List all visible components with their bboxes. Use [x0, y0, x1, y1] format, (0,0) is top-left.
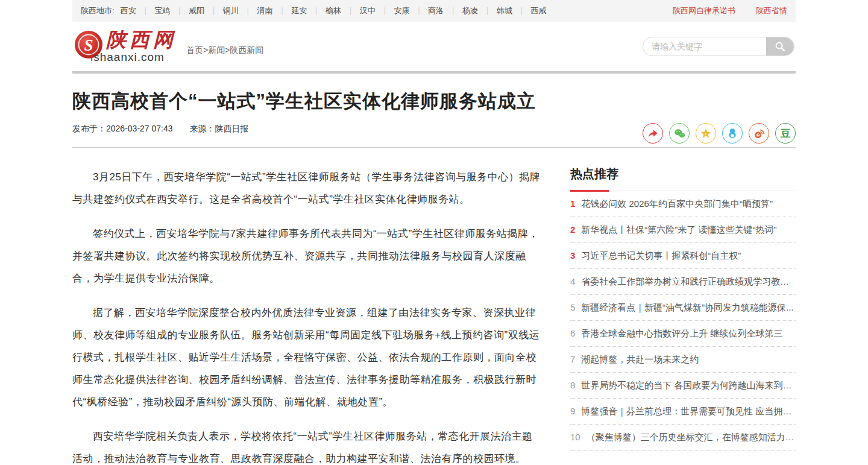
hot-item-text: 习近平总书记关切事丨握紧科创“自主权”: [581, 250, 741, 262]
separator: ｜: [278, 5, 286, 16]
separator: ｜: [312, 5, 320, 16]
self-discipline-pledge-link[interactable]: 陕西网自律承诺书: [673, 5, 735, 16]
search-input[interactable]: [643, 37, 766, 55]
publish-time: 发布于：2026-03-27 07:43: [72, 124, 173, 133]
rank-number: 5: [570, 302, 575, 312]
city-link-xian[interactable]: 西安: [121, 5, 136, 16]
city-link-hanzhong[interactable]: 汉中: [360, 5, 376, 16]
qq-icon[interactable]: [722, 123, 743, 144]
rank-number: 3: [570, 250, 575, 261]
hot-item-text: 省委社会工作部举办树立和践行正确政绩观学习教育读...: [581, 276, 796, 288]
hot-item-text: 香港全球金融中心指数评分上升 继续位列全球第三: [581, 328, 782, 340]
separator: ｜: [244, 5, 252, 16]
city-link-hancheng[interactable]: 韩城: [497, 5, 512, 16]
weibo-icon[interactable]: [749, 123, 769, 144]
hot-item-text: 博鳌强音｜芬兰前总理：世界需要可预见性 应当拥有共...: [581, 406, 796, 417]
rank-number: 4: [570, 276, 575, 286]
separator: ｜: [347, 5, 354, 16]
weibo-eye-icon: [753, 127, 766, 140]
separator: ｜: [142, 5, 149, 16]
article-paragraph: 3月25日下午，西安培华学院“一站式”学生社区律师服务站（学生事务法律咨询与服务…: [72, 166, 542, 210]
wechat-icon[interactable]: [669, 123, 690, 144]
rank-number: 10: [570, 432, 580, 442]
separator: ｜: [210, 5, 218, 16]
article-meta-row: 发布于：2026-03-27 07:43 来源：陕西日报: [72, 123, 796, 144]
hot-list-item[interactable]: 7 潮起博鳌，共赴一场未来之约: [570, 347, 796, 373]
article-head: 陕西高校首个“一站式”学生社区实体化律师服务站成立 发布于：2026-03-27…: [72, 74, 796, 144]
site-logo[interactable]: S 陕西网 ishaanxi.com: [74, 30, 177, 64]
page-container: 陕西地市: 西安 ｜ 宝鸡 ｜ 咸阳 ｜ 铜川 ｜ 渭南 ｜ 延安 ｜ 榆林 ｜…: [72, 0, 796, 465]
region-label: 陕西地市:: [81, 5, 115, 16]
share-icon[interactable]: [643, 123, 663, 144]
hot-list-item[interactable]: 1 花钱必问效 2026年约百家中央部门集中“晒预算”: [570, 191, 796, 217]
article-paragraph: 据了解，西安培华学院深度整合校内外优质法律专业资源，组建了由法律实务专家、资深执…: [72, 302, 542, 413]
douban-glyph: 豆: [781, 128, 791, 139]
hot-item-text: （聚焦博鳌）三个历史坐标交汇，在博鳌感知活力中国: [587, 432, 796, 443]
sidebar-title: 热点推荐: [570, 166, 796, 191]
hot-list-item[interactable]: 3 习近平总书记关切事丨握紧科创“自主权”: [570, 243, 796, 269]
qzone-star-icon: z: [700, 127, 712, 139]
hot-list-item[interactable]: 4 省委社会工作部举办树立和践行正确政绩观学习教育读...: [570, 269, 796, 295]
separator: ｜: [483, 5, 491, 16]
separator: ｜: [175, 5, 183, 16]
hot-item-text: 潮起博鳌，共赴一场未来之约: [581, 354, 699, 365]
search-box: [643, 37, 794, 56]
hot-recommend-sidebar: 热点推荐 1 花钱必问效 2026年约百家中央部门集中“晒预算” 2 新华视点丨…: [570, 166, 796, 465]
rank-number: 9: [570, 406, 575, 416]
city-link-xianyang[interactable]: 咸阳: [189, 5, 204, 16]
rank-number: 8: [570, 380, 575, 390]
article-source: 来源：陕西日报: [189, 124, 248, 133]
separator: ｜: [518, 5, 526, 16]
province-overview-link[interactable]: 陕西省情: [756, 5, 787, 16]
article-paragraph: 签约仪式上，西安培华学院与7家共建律师事务所代表共同为“一站式”学生社区律师服务…: [72, 223, 542, 289]
city-link-yanan[interactable]: 延安: [291, 5, 307, 16]
page-title: 陕西高校首个“一站式”学生社区实体化律师服务站成立: [72, 89, 796, 113]
article-meta: 发布于：2026-03-27 07:43 来源：陕西日报: [72, 124, 263, 143]
hot-list-item[interactable]: 9 博鳌强音｜芬兰前总理：世界需要可预见性 应当拥有共...: [570, 399, 796, 425]
qq-penguin-icon: [726, 127, 738, 139]
hot-list-item[interactable]: 10 （聚焦博鳌）三个历史坐标交汇，在博鳌感知活力中国: [570, 425, 796, 451]
logo-sitename: 陕西网: [106, 30, 177, 50]
separator: ｜: [415, 5, 423, 16]
wechat-bubbles-icon: [673, 127, 686, 140]
city-link-baoji[interactable]: 宝鸡: [154, 5, 170, 16]
city-link-ankang[interactable]: 安康: [394, 5, 410, 16]
city-link-xixian[interactable]: 西咸: [530, 5, 546, 16]
city-link-weinan[interactable]: 渭南: [257, 5, 273, 16]
hot-list-item[interactable]: 5 新疆经济看点｜新疆“油气煤新”协同发力筑稳能源保...: [570, 295, 796, 321]
city-link-yulin[interactable]: 榆林: [326, 5, 341, 16]
separator: ｜: [449, 5, 457, 16]
search-icon: [775, 41, 785, 52]
hot-item-text: 花钱必问效 2026年约百家中央部门集中“晒预算”: [581, 198, 773, 210]
hot-item-text: 新疆经济看点｜新疆“油气煤新”协同发力筑稳能源保...: [581, 302, 793, 314]
city-link-yangling[interactable]: 杨凌: [462, 5, 478, 16]
article-paragraph: 西安培华学院相关负责人表示，学校将依托“一站式”学生社区律师服务站，常态化开展法…: [72, 425, 542, 465]
article-body: 3月25日下午，西安培华学院“一站式”学生社区律师服务站（学生事务法律咨询与服务…: [72, 166, 542, 465]
city-link-tongchuan[interactable]: 铜川: [223, 5, 239, 16]
hot-item-text: 新华视点丨社保“第六险”来了 读懂这些关键“热词”: [581, 224, 776, 236]
share-bar: z: [643, 123, 796, 144]
douban-icon[interactable]: 豆: [775, 123, 796, 144]
rank-number: 7: [570, 354, 575, 364]
rank-number: 1: [570, 198, 575, 209]
site-header: S 陕西网 ishaanxi.com 首页>新闻>陕西新闻: [72, 22, 796, 71]
main-content: 3月25日下午，西安培华学院“一站式”学生社区律师服务站（学生事务法律咨询与服务…: [72, 148, 796, 465]
hot-list-item[interactable]: 8 世界局势不稳定的当下 各国政要为何跨越山海来到博鳌...: [570, 373, 796, 399]
separator: ｜: [381, 5, 389, 16]
hot-list-item[interactable]: 2 新华视点丨社保“第六险”来了 读懂这些关键“热词”: [570, 217, 796, 243]
hot-item-text: 世界局势不稳定的当下 各国政要为何跨越山海来到博鳌...: [581, 380, 796, 391]
city-link-shangluo[interactable]: 商洛: [428, 5, 444, 16]
rank-number: 2: [570, 224, 575, 235]
search-button[interactable]: [766, 37, 794, 55]
share-arrow-icon: [647, 127, 659, 139]
breadcrumb[interactable]: 首页>新闻>陕西新闻: [186, 45, 263, 56]
hot-list-item[interactable]: 6 香港全球金融中心指数评分上升 继续位列全球第三: [570, 321, 796, 347]
rank-number: 6: [570, 328, 575, 338]
topbar: 陕西地市: 西安 ｜ 宝鸡 ｜ 咸阳 ｜ 铜川 ｜ 渭南 ｜ 延安 ｜ 榆林 ｜…: [72, 0, 796, 22]
hot-list: 1 花钱必问效 2026年约百家中央部门集中“晒预算” 2 新华视点丨社保“第六…: [570, 191, 796, 451]
qzone-icon[interactable]: z: [696, 123, 716, 144]
logo-domain: ishaanxi.com: [90, 51, 177, 64]
